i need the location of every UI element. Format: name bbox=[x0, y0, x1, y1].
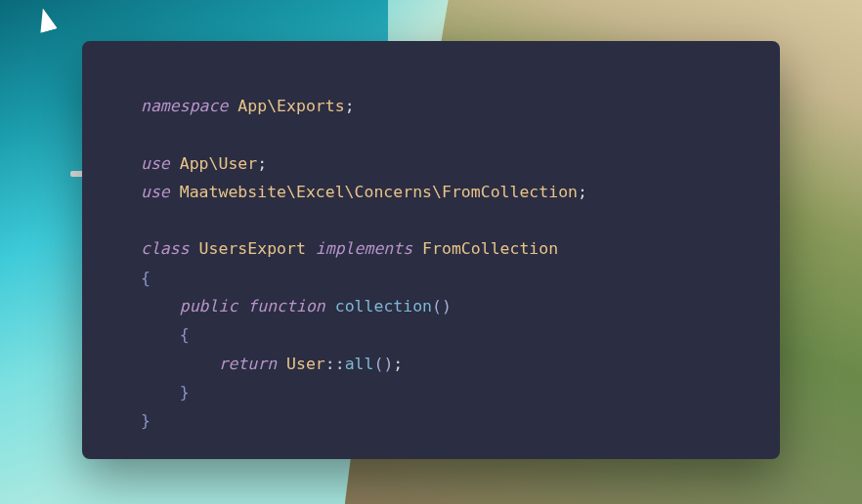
keyword-implements: implements bbox=[316, 239, 412, 258]
keyword-use: use bbox=[141, 154, 170, 173]
keyword-public: public bbox=[180, 297, 238, 315]
parentheses: () bbox=[432, 297, 452, 315]
keyword-return: return bbox=[218, 355, 277, 373]
keyword-function: function bbox=[247, 297, 324, 315]
indent bbox=[141, 355, 218, 373]
brace-open: { bbox=[141, 269, 151, 287]
indent bbox=[141, 383, 180, 401]
class-name: UsersExport bbox=[190, 239, 316, 258]
code-editor-window: namespace App\Exports; use App\User; use… bbox=[82, 41, 780, 459]
keyword-namespace: namespace bbox=[141, 97, 228, 115]
function-name: collection bbox=[325, 297, 432, 315]
use-path: Maatwebsite\Excel\Concerns\FromCollectio… bbox=[170, 183, 578, 201]
method-name: all bbox=[345, 355, 374, 373]
brace-close: } bbox=[141, 411, 151, 430]
namespace-path: App\Exports bbox=[228, 97, 344, 115]
semicolon: ; bbox=[257, 154, 267, 173]
keyword-class: class bbox=[141, 239, 190, 258]
static-operator: :: bbox=[325, 355, 345, 373]
class-ref: User bbox=[277, 355, 325, 373]
indent bbox=[141, 325, 180, 344]
keyword-use: use bbox=[141, 183, 170, 201]
interface-name: FromCollection bbox=[412, 239, 558, 258]
brace-close: } bbox=[180, 383, 190, 401]
semicolon: ; bbox=[578, 183, 587, 201]
semicolon: ; bbox=[393, 355, 403, 373]
use-path: App\User bbox=[170, 154, 257, 173]
parentheses: () bbox=[373, 355, 393, 373]
code-block: namespace App\Exports; use App\User; use… bbox=[141, 92, 721, 436]
indent bbox=[141, 297, 180, 315]
semicolon: ; bbox=[345, 97, 355, 115]
brace-open: { bbox=[180, 325, 190, 344]
